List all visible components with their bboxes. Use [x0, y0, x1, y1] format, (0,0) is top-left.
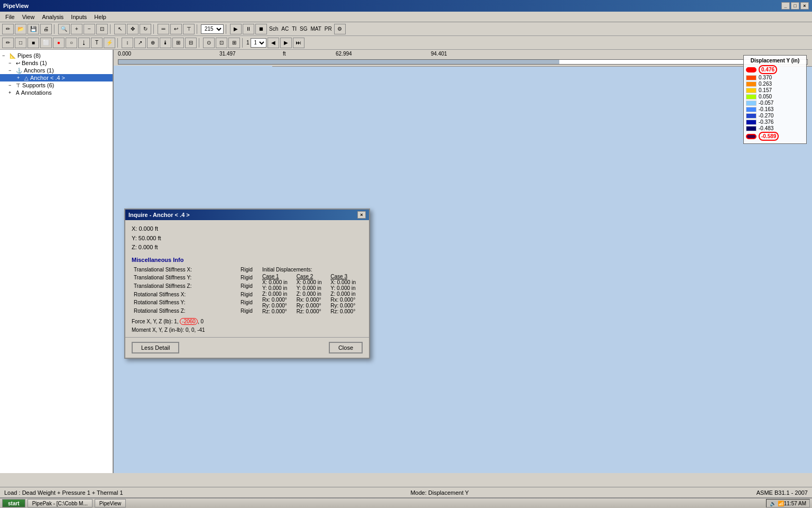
menu-analysis[interactable]: Analysis: [39, 13, 67, 21]
tb-zoom-out[interactable]: −: [84, 24, 95, 34]
tb-save[interactable]: 💾: [27, 24, 39, 34]
tb-select[interactable]: ↖: [114, 24, 126, 34]
tree-item-anchor4[interactable]: + △ Anchor < .4 >: [0, 74, 113, 81]
tb2-wand[interactable]: ⚡: [104, 38, 115, 48]
tb2-snap[interactable]: ⊙: [203, 38, 215, 48]
maximize-btn[interactable]: □: [791, 2, 799, 10]
legend-row-0: 0.476: [746, 65, 804, 74]
tb2-pencil[interactable]: ✏: [2, 38, 14, 48]
tb2-node[interactable]: ⊡: [216, 38, 227, 48]
ruler-bar: [118, 59, 808, 65]
minimize-btn[interactable]: _: [781, 2, 790, 10]
tb2-box1[interactable]: □: [15, 38, 26, 48]
tb-label-sg: SG: [300, 26, 307, 32]
tb2-text[interactable]: T: [91, 38, 103, 48]
moment-value: 0, 0, -41: [186, 327, 205, 333]
menu-file[interactable]: File: [2, 13, 18, 21]
canvas-area[interactable]: 0.000 31.497 ft 62.994 94.401 07: [114, 50, 812, 473]
tb2-mode1[interactable]: ⊞: [172, 38, 184, 48]
tb2-box2[interactable]: ■: [27, 38, 39, 48]
tb-elbow[interactable]: ↩: [170, 24, 182, 34]
window-controls[interactable]: _ □ ×: [781, 2, 809, 10]
sep-3: [153, 24, 155, 34]
tb2-frame-select[interactable]: 1: [251, 38, 266, 48]
legend-value-3: 0.157: [759, 87, 772, 93]
legend-color-7: [746, 113, 756, 119]
tb-open[interactable]: 📂: [15, 24, 26, 34]
tb-zoom-select[interactable]: 215 100 50: [201, 24, 224, 34]
tb2-circle[interactable]: ○: [66, 38, 77, 48]
tb-analysis2[interactable]: ⏸: [243, 24, 254, 34]
statusbar-standard: ASME B31.1 - 2007: [756, 489, 808, 496]
close-dialog-btn[interactable]: Close: [329, 342, 363, 353]
tb-rotate[interactable]: ↻: [140, 24, 151, 34]
menu-help[interactable]: Help: [91, 13, 109, 21]
legend-color-1: [746, 75, 756, 80]
taskbar-app-0[interactable]: PipePak - [C:\Cobb M...: [27, 499, 93, 507]
expand-annotations[interactable]: +: [8, 90, 15, 95]
legend-row-2: 0.263: [746, 81, 804, 87]
tb2-next-frame[interactable]: ▶: [280, 38, 292, 48]
case2-val-2: Z: 0.000 in: [297, 291, 327, 297]
tree-item-supports[interactable]: − ⊤ Supports (6): [0, 81, 113, 89]
expand-anchors[interactable]: −: [8, 68, 15, 73]
tb-zoom-in[interactable]: +: [71, 24, 82, 34]
tb-label-sch: Sch: [269, 26, 278, 32]
tb-print[interactable]: 🖨: [40, 24, 52, 34]
dialog-title: Inquire - Anchor < .4 >: [128, 212, 190, 218]
tb2-disp[interactable]: ↕: [122, 38, 133, 48]
taskbar-app-1[interactable]: PipeView: [95, 499, 126, 507]
coord-y: Y: 50.000 ft: [132, 234, 363, 243]
case1-val-0: X: 0.000 in: [262, 279, 292, 285]
inquire-dialog[interactable]: Inquire - Anchor < .4 > × X: 0.000 ft Y:…: [124, 208, 370, 359]
tb2-stress[interactable]: ⊕: [147, 38, 159, 48]
tb-analysis1[interactable]: ▶: [230, 24, 242, 34]
tb2-prev-frame[interactable]: ◀: [267, 38, 279, 48]
tb2-grid[interactable]: ⊞: [228, 38, 240, 48]
coord-x: X: 0.000 ft: [132, 224, 363, 234]
close-btn[interactable]: ×: [800, 2, 809, 10]
tb2-temp[interactable]: 🌡: [160, 38, 171, 48]
sys-icons: 🔊 📶: [770, 501, 784, 506]
less-detail-btn[interactable]: Less Detail: [132, 342, 179, 353]
tb-support[interactable]: ⊤: [183, 24, 195, 34]
tb2-box3[interactable]: ⬜: [40, 38, 52, 48]
tree-item-pipes[interactable]: − 📐 Pipes (8): [0, 52, 113, 59]
tb2-arrow[interactable]: ⭣: [78, 38, 90, 48]
tb2-red[interactable]: ●: [53, 38, 64, 48]
ruler-start: 0.000: [118, 51, 131, 57]
menu-view[interactable]: View: [19, 13, 38, 21]
expand-supports[interactable]: −: [8, 83, 15, 88]
tb-move[interactable]: ✥: [127, 24, 139, 34]
tb2-mode2[interactable]: ⊟: [185, 38, 197, 48]
tb-extra[interactable]: ⚙: [334, 24, 346, 34]
ruler-fill: [118, 60, 559, 64]
init-disp-case-2: Case 2 X: 0.000 in Y: 0.000 in Z: 0.000 …: [297, 274, 327, 314]
stiffness-val-4: Rigid: [239, 299, 256, 306]
tb2-load[interactable]: ↗: [134, 38, 146, 48]
tree-item-annotations[interactable]: + A Annotations: [0, 89, 113, 96]
menu-inputs[interactable]: Inputs: [68, 13, 90, 21]
case2-val-3: Rx: 0.000°: [297, 297, 327, 303]
case3-val-4: Ry: 0.000°: [330, 303, 361, 309]
tb-new[interactable]: ✏: [2, 24, 14, 34]
tb-find[interactable]: 🔍: [58, 24, 70, 34]
taskbar: start PipePak - [C:\Cobb M... PipeView 🔊…: [0, 497, 812, 508]
dialog-close-btn[interactable]: ×: [357, 211, 366, 219]
tb2-frame-label: 1: [246, 40, 250, 46]
tb-zoom-fit[interactable]: ⊡: [96, 24, 108, 34]
stiffness-table: Translational Stiffness X: Rigid Initial…: [132, 265, 363, 316]
tree-item-anchors[interactable]: − ⚓ Anchors (1): [0, 67, 113, 74]
legend-value-4: 0.050: [759, 94, 772, 99]
forces-value-circled: -2060: [180, 318, 198, 325]
expand-anchor4[interactable]: +: [17, 75, 23, 80]
tb-analysis3[interactable]: ⏹: [255, 24, 267, 34]
titlebar: PipeView _ □ ×: [0, 0, 812, 12]
toolbar-2: ✏ □ ■ ⬜ ● ○ ⭣ T ⚡ ↕ ↗ ⊕ 🌡 ⊞ ⊟ ⊙ ⊡ ⊞ 1 1 …: [0, 36, 812, 50]
start-button[interactable]: start: [2, 499, 25, 507]
tb-pipe[interactable]: ═: [158, 24, 169, 34]
tb2-last-frame[interactable]: ⏭: [293, 38, 304, 48]
tree-item-bends[interactable]: − ↩ Bends (1): [0, 59, 113, 67]
expand-bends[interactable]: −: [8, 60, 15, 66]
expand-pipes[interactable]: −: [2, 53, 8, 58]
